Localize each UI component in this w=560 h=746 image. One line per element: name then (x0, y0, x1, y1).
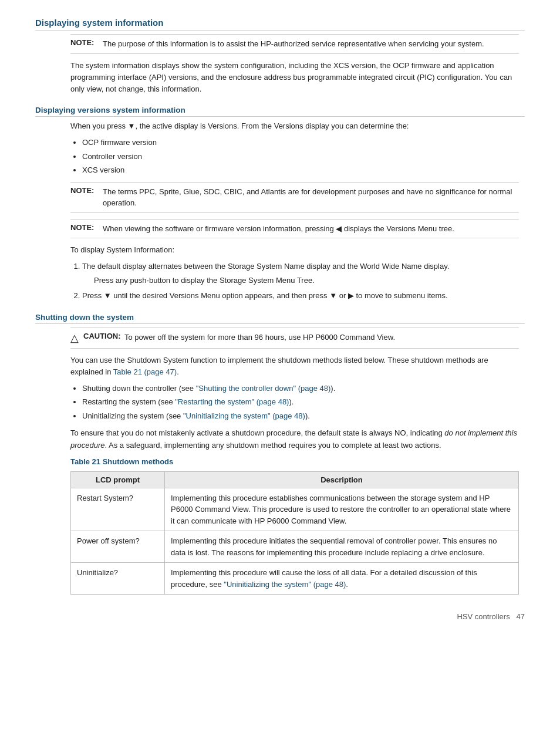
table-row: Uninitialize? Implementing this procedur… (71, 563, 519, 595)
note-label-1: NOTE: (70, 38, 103, 47)
shutdown-bullets: Shutting down the controller (see "Shutt… (82, 383, 519, 422)
section-displaying-system-info: Displaying system information NOTE: The … (35, 18, 525, 95)
step-1-subtext: Press any push-button to display the Sto… (82, 275, 519, 286)
section-displaying-versions: Displaying versions system information W… (35, 106, 525, 302)
table-row: Restart System? Implementing this proced… (71, 488, 519, 531)
sub-heading-shutting-down: Shutting down the system (35, 313, 525, 324)
page-number: 47 (517, 612, 525, 621)
versions-bullets: OCP firmware version Controller version … (82, 137, 519, 176)
bullet-controller-down: Shutting down the controller (see "Shutt… (82, 383, 519, 394)
caution-text: To power off the system for more than 96… (124, 332, 395, 343)
bullet-controller: Controller version (82, 151, 519, 163)
table-caption: Table 21 Shutdown methods (70, 456, 519, 468)
sub-heading-displaying-versions: Displaying versions system information (35, 106, 525, 117)
section-heading-displaying-system-info: Displaying system information (35, 18, 525, 31)
step-2-text: Press ▼ until the desired Versions Menu … (82, 291, 448, 300)
link-restart[interactable]: "Restarting the system" (page 48) (175, 397, 289, 406)
table-cell-desc-2: Implementing this procedure initiates th… (165, 531, 519, 563)
page-footer: HSV controllers 47 (35, 612, 525, 621)
note-label-viewing: NOTE: (70, 223, 103, 232)
versions-intro: When you press ▼, the active display is … (70, 120, 519, 132)
table-cell-prompt-2: Power off system? (71, 531, 165, 563)
link-controller-down[interactable]: "Shutting the controller down" (page 48) (196, 384, 331, 393)
step-2: Press ▼ until the desired Versions Menu … (82, 290, 519, 302)
bullet-ocp: OCP firmware version (82, 137, 519, 148)
note-box-ppc: NOTE: The terms PPC, Sprite, Glue, SDC, … (70, 182, 519, 213)
bullet-uninitialize: Uninitializing the system (see "Uninitia… (82, 410, 519, 422)
note-text-1: The purpose of this information is to as… (103, 38, 484, 50)
section-content-displaying-system-info: NOTE: The purpose of this information is… (35, 34, 525, 95)
note-text-viewing: When viewing the software or firmware ve… (103, 223, 454, 235)
system-info-body: The system information displays show the… (70, 60, 519, 95)
table-header-description: Description (165, 471, 519, 488)
table21-link[interactable]: Table 21 (page 47) (113, 367, 177, 376)
note-text-ppc: The terms PPC, Sprite, Glue, SDC, CBIC, … (103, 186, 519, 209)
bullet-restart: Restarting the system (see "Restarting t… (82, 396, 519, 408)
bullet-xcs: XCS version (82, 164, 519, 176)
note-label-ppc: NOTE: (70, 186, 103, 195)
step-1-text: The default display alternates between t… (82, 262, 449, 271)
step-1: The default display alternates between t… (82, 261, 519, 286)
procedure-intro: To display System Information: (70, 244, 519, 256)
table-row: Power off system? Implementing this proc… (71, 531, 519, 563)
shutdown-body2: To ensure that you do not mistakenly act… (70, 427, 519, 451)
table-cell-desc-3: Implementing this procedure will cause t… (165, 563, 519, 595)
procedure-steps: The default display alternates between t… (82, 261, 519, 302)
section-shutting-down: Shutting down the system △ CAUTION: To p… (35, 313, 525, 595)
table-cell-desc-1: Implementing this procedure establishes … (165, 488, 519, 531)
section-content-displaying-versions: When you press ▼, the active display is … (35, 120, 525, 302)
table-cell-prompt-1: Restart System? (71, 488, 165, 531)
shutdown-methods-table: LCD prompt Description Restart System? I… (70, 471, 519, 595)
caution-triangle-icon: △ (70, 332, 79, 345)
note-box-system-info: NOTE: The purpose of this information is… (70, 34, 519, 54)
footer-text: HSV controllers (457, 612, 510, 621)
link-uninitialize[interactable]: "Uninitializing the system" (page 48) (183, 411, 305, 420)
table-cell-prompt-3: Uninitialize? (71, 563, 165, 595)
link-uninitializing-table[interactable]: "Uninitializing the system" (page 48) (224, 580, 346, 589)
shutdown-body1: You can use the Shutdown System function… (70, 355, 519, 378)
table-header-lcd: LCD prompt (71, 471, 165, 488)
note-box-viewing: NOTE: When viewing the software or firmw… (70, 219, 519, 239)
caution-label: CAUTION: (83, 332, 124, 340)
section-content-shutting-down: △ CAUTION: To power off the system for m… (35, 328, 525, 595)
caution-box: △ CAUTION: To power off the system for m… (70, 328, 519, 349)
